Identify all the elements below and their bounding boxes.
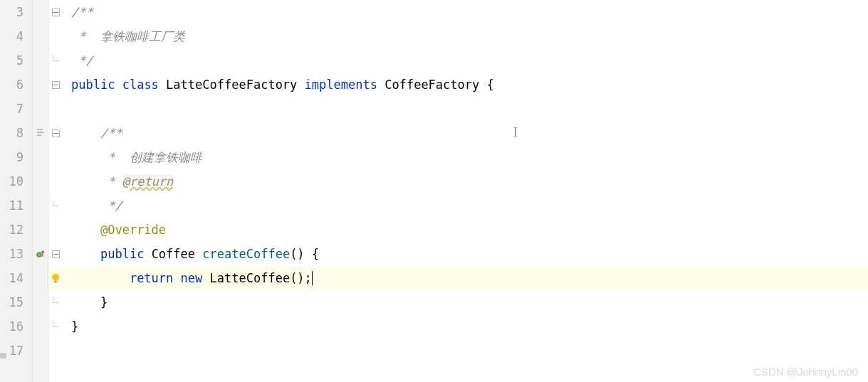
code-editor: 3 4 5 6 7 8 9 10 11 12 13 14 15 16 17 I (0, 0, 868, 382)
fold-end-icon (53, 55, 59, 61)
code-line: @Override (63, 218, 868, 242)
line-number[interactable]: 14 (0, 266, 29, 290)
intention-bulb-icon[interactable] (51, 273, 61, 283)
svg-rect-0 (37, 129, 43, 130)
code-line: /** (63, 121, 868, 145)
svg-rect-2 (37, 134, 41, 136)
line-number-gutter: 3 4 5 6 7 8 9 10 11 12 13 14 15 16 17 (0, 0, 33, 382)
line-number[interactable]: 10 (0, 169, 29, 193)
line-number[interactable]: 15 (0, 290, 29, 314)
bookmark-icon[interactable] (36, 127, 45, 139)
code-line: /** (63, 0, 868, 24)
fold-toggle-icon[interactable] (52, 81, 60, 89)
fold-column (48, 0, 63, 382)
line-number[interactable]: 4 (0, 24, 29, 48)
fold-end-icon (53, 321, 59, 327)
line-number[interactable]: 6 (0, 73, 29, 97)
line-number[interactable]: 11 (0, 193, 29, 218)
fold-toggle-icon[interactable] (52, 9, 60, 16)
code-line: } (63, 314, 868, 339)
code-line: */ (63, 193, 868, 218)
override-up-icon[interactable]: I (36, 250, 45, 258)
code-line: */ (63, 48, 868, 73)
scrollbar-thumb[interactable] (0, 353, 6, 359)
line-number[interactable]: 12 (0, 218, 29, 242)
svg-rect-5 (54, 281, 57, 283)
mouse-text-cursor-icon: I (513, 125, 518, 140)
gutter-icon-column: I (33, 0, 48, 382)
line-number[interactable]: 7 (0, 97, 29, 121)
line-number[interactable]: 16 (0, 314, 29, 339)
code-line (63, 339, 868, 363)
line-number[interactable]: 3 (0, 0, 29, 24)
code-line-current: return new LatteCoffee(); (63, 266, 868, 290)
code-line: public Coffee createCoffee() { (63, 242, 868, 266)
code-line: public class LatteCoffeeFactory implemen… (63, 73, 868, 97)
code-line: * 创建拿铁咖啡 (63, 145, 868, 169)
code-line (63, 97, 868, 121)
line-number[interactable]: 8 (0, 121, 29, 145)
fold-toggle-icon[interactable] (52, 129, 60, 137)
code-text-area[interactable]: /** * 拿铁咖啡工厂类 */ public class LatteCoffe… (63, 0, 868, 382)
watermark-text: CSDN @JohnnyLin00 (753, 366, 858, 378)
fold-toggle-icon[interactable] (52, 250, 60, 258)
fold-end-icon (53, 297, 59, 303)
line-number[interactable]: 5 (0, 48, 29, 73)
code-line: * @return (63, 169, 868, 193)
line-number[interactable]: 9 (0, 145, 29, 169)
text-caret (312, 271, 313, 285)
svg-rect-1 (37, 132, 44, 133)
fold-end-icon (53, 200, 59, 206)
line-number[interactable]: 13 (0, 242, 29, 266)
code-line: } (63, 290, 868, 314)
code-line: * 拿铁咖啡工厂类 (63, 24, 868, 48)
line-number[interactable]: 17 (0, 339, 29, 363)
svg-text:I: I (38, 253, 39, 257)
